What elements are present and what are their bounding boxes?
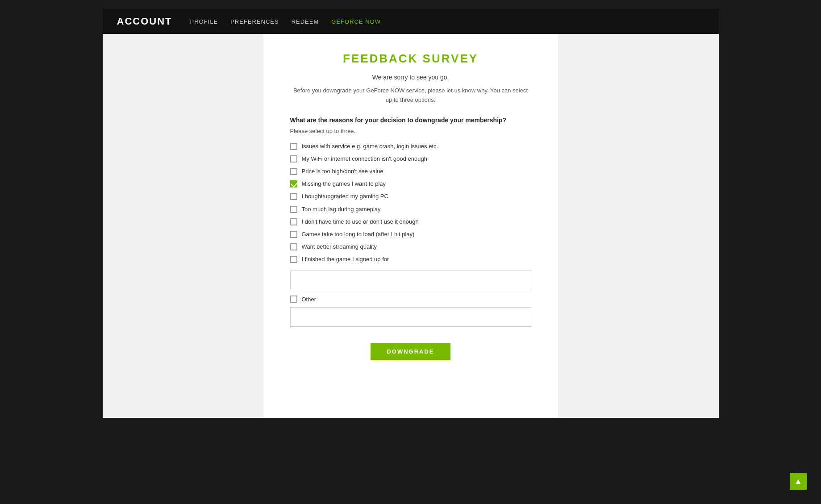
checkbox-opt10[interactable] xyxy=(290,256,297,263)
other-row: Other xyxy=(290,296,531,303)
list-item: Games take too long to load (after I hit… xyxy=(290,230,531,238)
checkbox-opt3[interactable] xyxy=(290,168,297,175)
checkbox-opt6[interactable] xyxy=(290,206,297,213)
checkbox-opt4[interactable] xyxy=(290,180,297,187)
checkbox-label-opt9[interactable]: Want better streaming quality xyxy=(302,243,377,251)
checkbox-opt7[interactable] xyxy=(290,218,297,225)
checkbox-label-opt1[interactable]: Issues with service e.g. game crash, log… xyxy=(302,142,438,150)
description-text: Before you downgrade your GeForce NOW se… xyxy=(290,86,531,105)
sorry-text: We are sorry to see you go. xyxy=(290,74,531,81)
downgrade-button[interactable]: DOWNGRADE xyxy=(371,343,450,360)
list-item: I don't have time to use or don't use it… xyxy=(290,218,531,226)
checkbox-label-opt7[interactable]: I don't have time to use or don't use it… xyxy=(302,218,419,226)
finished-game-input[interactable] xyxy=(290,271,531,290)
survey-title: FEEDBACK SURVEY xyxy=(290,52,531,66)
page-wrapper: FEEDBACK SURVEY We are sorry to see you … xyxy=(103,34,719,418)
list-item: Want better streaming quality xyxy=(290,243,531,251)
nav-link-profile[interactable]: PROFILE xyxy=(190,18,218,25)
list-item: Too much lag during gameplay xyxy=(290,205,531,213)
checkbox-label-opt5[interactable]: I bought/upgraded my gaming PC xyxy=(302,192,388,200)
nav-item-profile[interactable]: PROFILE xyxy=(190,17,218,25)
checkbox-opt1[interactable] xyxy=(290,143,297,150)
select-hint: Please select up to three. xyxy=(290,128,531,134)
nav-item-redeem[interactable]: REDEEM xyxy=(292,17,319,25)
nav-item-geforce-now[interactable]: GEFORCE NOW xyxy=(331,17,381,25)
nav-item-preferences[interactable]: PREFERENCES xyxy=(230,17,279,25)
outer-container: ACCOUNT PROFILE PREFERENCES REDEEM GEFOR… xyxy=(103,9,719,418)
checkbox-label-opt3[interactable]: Price is too high/don't see value xyxy=(302,167,383,175)
chevron-up-icon: ▲ xyxy=(794,477,802,486)
list-item: I finished the game I signed up for xyxy=(290,255,531,263)
scroll-top-button[interactable]: ▲ xyxy=(790,473,807,490)
checkbox-opt5[interactable] xyxy=(290,193,297,200)
checkbox-label-opt8[interactable]: Games take too long to load (after I hit… xyxy=(302,230,415,238)
checkbox-opt2[interactable] xyxy=(290,155,297,162)
list-item: My WiFi or internet connection isn't goo… xyxy=(290,155,531,163)
checkbox-label-opt10[interactable]: I finished the game I signed up for xyxy=(302,255,389,263)
checkbox-label-opt6[interactable]: Too much lag during gameplay xyxy=(302,205,381,213)
checkbox-label-opt2[interactable]: My WiFi or internet connection isn't goo… xyxy=(302,155,427,163)
nav-link-redeem[interactable]: REDEEM xyxy=(292,18,319,25)
checkbox-list: Issues with service e.g. game crash, log… xyxy=(290,142,531,264)
checkbox-opt9[interactable] xyxy=(290,243,297,250)
checkbox-opt8[interactable] xyxy=(290,231,297,238)
list-item: Issues with service e.g. game crash, log… xyxy=(290,142,531,150)
content-card: FEEDBACK SURVEY We are sorry to see you … xyxy=(263,34,558,418)
other-input[interactable] xyxy=(290,307,531,327)
nav-links: PROFILE PREFERENCES REDEEM GEFORCE NOW xyxy=(190,17,381,25)
nav-link-preferences[interactable]: PREFERENCES xyxy=(230,18,279,25)
list-item: I bought/upgraded my gaming PC xyxy=(290,192,531,200)
list-item: Missing the games I want to play xyxy=(290,180,531,188)
nav-bar: ACCOUNT PROFILE PREFERENCES REDEEM GEFOR… xyxy=(103,9,719,34)
other-label[interactable]: Other xyxy=(302,296,317,303)
nav-logo: ACCOUNT xyxy=(117,16,172,27)
question-label: What are the reasons for your decision t… xyxy=(290,116,531,125)
checkbox-other[interactable] xyxy=(290,296,297,303)
nav-link-geforce-now[interactable]: GEFORCE NOW xyxy=(331,18,381,25)
list-item: Price is too high/don't see value xyxy=(290,167,531,175)
checkbox-label-opt4[interactable]: Missing the games I want to play xyxy=(302,180,386,188)
